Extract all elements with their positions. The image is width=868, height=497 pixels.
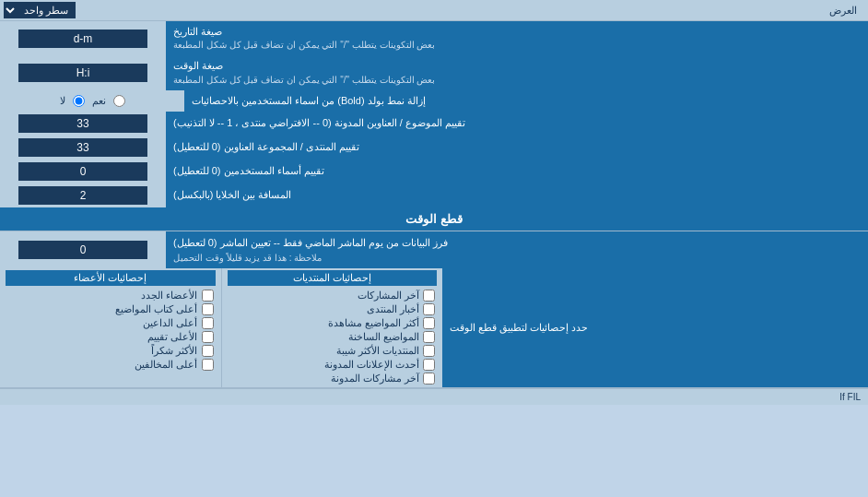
- sort-forum-input[interactable]: [18, 138, 147, 157]
- sort-forum-row: تقييم المنتدى / المجموعة العناوين (0 للت…: [0, 136, 868, 160]
- members-stat-6-label: أعلى المخالفين: [135, 359, 197, 371]
- checkbox-item: المواضيع الساخنة: [228, 330, 438, 344]
- posts-stat-1-label: آخر المشاركات: [358, 290, 419, 302]
- bold-remove-row: إزالة نمط بولد (Bold) من اسماء المستخدمي…: [0, 90, 868, 112]
- members-stat-4-label: الأعلى تقييم: [147, 331, 197, 343]
- checkbox-item: أعلى الداعين: [6, 316, 216, 330]
- posts-stat-6-checkbox[interactable]: [423, 359, 435, 371]
- posts-stat-5-label: المنتديات الأكثر شيبة: [336, 345, 419, 357]
- members-stat-5-checkbox[interactable]: [202, 345, 214, 357]
- checkboxes-container: إحصائيات المنتديات آخر المشاركات أخبار ا…: [0, 268, 442, 387]
- posts-stat-7-checkbox[interactable]: [423, 373, 435, 385]
- cutoff-days-label: فرز البيانات من يوم الماشر الماضي فقط --…: [166, 231, 868, 268]
- date-format-label: صيغة التاريخ بعض التكوينات يتطلب "/" الت…: [166, 21, 868, 55]
- sort-topics-row: تقييم الموضوع / العناوين المدونة (0 -- ا…: [0, 112, 868, 136]
- sort-topics-input-cell: [0, 112, 166, 136]
- time-format-label: صيغة الوقت بعض التكوينات يتطلب "/" التي …: [166, 55, 868, 89]
- sort-forum-label: تقييم المنتدى / المجموعة العناوين (0 للت…: [166, 136, 868, 160]
- gap-row: المسافة بين الخلايا (بالبكسل): [0, 183, 868, 207]
- posts-stat-2-label: أخبار المنتدى: [367, 303, 419, 315]
- posts-stat-4-label: المواضيع الساخنة: [348, 331, 419, 343]
- gap-input[interactable]: [18, 186, 147, 205]
- date-format-input-cell: [0, 21, 166, 55]
- members-stat-1-label: الأعضاء الجدد: [141, 290, 197, 302]
- date-format-input[interactable]: [18, 30, 147, 48]
- display-dropdown[interactable]: سطر واحد سطران ثلاثة أسطر: [4, 2, 76, 18]
- members-stat-6-checkbox[interactable]: [202, 359, 214, 371]
- checkbox-item: المنتديات الأكثر شيبة: [228, 344, 438, 358]
- posts-stats-col: إحصائيات المنتديات آخر المشاركات أخبار ا…: [222, 268, 443, 387]
- members-stats-col: إحصائيات الأعضاء الأعضاء الجدد أعلى كتاب…: [0, 268, 222, 387]
- members-stat-3-checkbox[interactable]: [202, 317, 214, 329]
- bold-yes-radio[interactable]: [113, 95, 125, 107]
- checkbox-item: أكثر المواضيع مشاهدة: [228, 316, 438, 330]
- posts-stats-header: إحصائيات المنتديات: [228, 270, 438, 286]
- members-stat-3-label: أعلى الداعين: [143, 317, 197, 329]
- display-row: العرض سطر واحد سطران ثلاثة أسطر: [0, 0, 868, 21]
- checkbox-item: الأعضاء الجدد: [6, 289, 216, 302]
- posts-stat-1-checkbox[interactable]: [423, 290, 435, 302]
- date-format-row: صيغة التاريخ بعض التكوينات يتطلب "/" الت…: [0, 21, 868, 55]
- cutoff-days-input-cell: [0, 231, 166, 268]
- bold-no-radio[interactable]: [73, 95, 85, 107]
- checkbox-item: أحدث الإعلانات المدونة: [228, 358, 438, 372]
- checkboxes-section: حدد إحصائيات لتطبيق قطع الوقت إحصائيات ا…: [0, 268, 868, 388]
- members-stat-2-checkbox[interactable]: [202, 303, 214, 315]
- gap-label: المسافة بين الخلايا (بالبكسل): [166, 183, 868, 207]
- members-stat-1-checkbox[interactable]: [202, 290, 214, 302]
- members-stat-4-checkbox[interactable]: [202, 331, 214, 343]
- posts-stat-6-label: أحدث الإعلانات المدونة: [324, 359, 419, 371]
- bold-remove-input-cell: نعم لا: [0, 90, 184, 112]
- gap-input-cell: [0, 183, 166, 207]
- checkbox-item: آخر مشاركات المدونة: [228, 372, 438, 385]
- posts-stat-4-checkbox[interactable]: [423, 331, 435, 343]
- sort-forum-input-cell: [0, 136, 166, 160]
- checkbox-item: الأعلى تقييم: [6, 330, 216, 344]
- sort-topics-label: تقييم الموضوع / العناوين المدونة (0 -- ا…: [166, 112, 868, 136]
- posts-stat-7-label: آخر مشاركات المدونة: [331, 373, 419, 385]
- sort-topics-input[interactable]: [18, 114, 147, 133]
- cutoff-section-header: قطع الوقت: [0, 207, 868, 231]
- cutoff-days-input[interactable]: [18, 241, 147, 259]
- posts-stat-5-checkbox[interactable]: [423, 345, 435, 357]
- stats-apply-label: حدد إحصائيات لتطبيق قطع الوقت: [442, 268, 868, 387]
- checkbox-item: الأكثر شكراً: [6, 344, 216, 358]
- bottom-hint: If FIL: [0, 388, 868, 405]
- sort-users-input-cell: [0, 160, 166, 183]
- members-stats-header: إحصائيات الأعضاء: [6, 270, 216, 286]
- checkbox-item: آخر المشاركات: [228, 289, 438, 302]
- members-stat-2-label: أعلى كتاب المواضيع: [115, 303, 197, 315]
- bold-remove-label: إزالة نمط بولد (Bold) من اسماء المستخدمي…: [184, 90, 868, 112]
- checkbox-item: أخبار المنتدى: [228, 302, 438, 316]
- sort-users-row: تقييم أسماء المستخدمين (0 للتعطيل): [0, 160, 868, 183]
- posts-stat-2-checkbox[interactable]: [423, 303, 435, 315]
- time-format-input-cell: [0, 55, 166, 89]
- time-format-row: صيغة الوقت بعض التكوينات يتطلب "/" التي …: [0, 55, 868, 89]
- checkbox-item: أعلى كتاب المواضيع: [6, 302, 216, 316]
- time-format-input[interactable]: [18, 64, 147, 82]
- checkbox-item: أعلى المخالفين: [6, 358, 216, 372]
- cutoff-days-row: فرز البيانات من يوم الماشر الماضي فقط --…: [0, 231, 868, 268]
- sort-users-label: تقييم أسماء المستخدمين (0 للتعطيل): [166, 160, 868, 183]
- members-stat-5-label: الأكثر شكراً: [151, 345, 197, 357]
- posts-stat-3-checkbox[interactable]: [423, 317, 435, 329]
- display-label: العرض: [76, 5, 864, 17]
- sort-users-input[interactable]: [18, 162, 147, 181]
- posts-stat-3-label: أكثر المواضيع مشاهدة: [328, 317, 419, 329]
